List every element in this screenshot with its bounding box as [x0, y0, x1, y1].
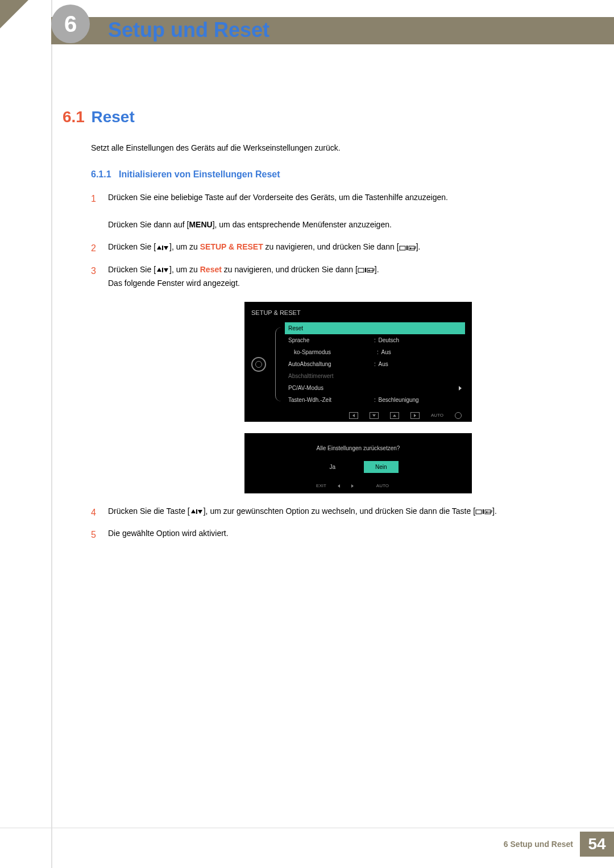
up-down-arrow-icon — [156, 267, 169, 273]
osd-item-label: PC/AV-Modus — [288, 383, 370, 393]
osd-menu-title: SETUP & RESET — [251, 308, 465, 318]
svg-rect-15 — [196, 509, 197, 514]
subsection-number: 6.1.1 — [91, 169, 111, 179]
manual-page: 6 Setup und Reset 6.1 Reset Setzt alle E… — [0, 0, 614, 868]
up-down-arrow-icon — [190, 508, 204, 515]
svg-marker-6 — [409, 247, 411, 250]
up-down-arrow-icon — [156, 244, 169, 251]
nav-right-icon — [351, 484, 354, 488]
nav-auto-label: AUTO — [376, 482, 389, 490]
osd-item-sprache: Sprache:Deutsch — [285, 334, 465, 346]
svg-rect-11 — [365, 268, 366, 272]
osd-item-value: Deutsch — [379, 335, 462, 345]
osd-item-label: AutoAbschaltung — [288, 359, 372, 369]
step-2-d: ]. — [416, 242, 421, 251]
step-number: 4 — [91, 505, 96, 520]
svg-marker-13 — [368, 269, 370, 272]
osd-body: Reset Sprache:Deutsch ko-Sparmodus:Aus A… — [251, 322, 465, 406]
power-icon — [455, 412, 462, 419]
submenu-arrow-icon — [459, 386, 462, 391]
page-corner-fold — [0, 0, 28, 28]
step-text: Die gewählte Option wird aktiviert. — [108, 529, 229, 538]
svg-rect-17 — [476, 510, 482, 514]
footer-chapter-label: 6 Setup und Reset — [504, 840, 573, 849]
step-1-line2b: ], um das entsprechende Menüfenster anzu… — [213, 220, 392, 229]
reset-keyword: Reset — [200, 265, 222, 274]
nav-left-icon — [338, 484, 340, 488]
source-enter-icon — [399, 244, 416, 251]
nav-auto-label: AUTO — [431, 412, 443, 420]
svg-rect-10 — [358, 268, 364, 272]
step-2-a: Drücken Sie [ — [108, 242, 156, 251]
osd-item-reset: Reset — [285, 322, 465, 334]
step-2-b: ], um zu — [169, 242, 200, 251]
osd-item-timer: Abschalttimerwert — [285, 370, 465, 382]
section-number: 6.1 — [63, 108, 89, 126]
confirm-prompt: Alle Einstellungen zurücksetzen? — [251, 443, 465, 453]
osd-menu: SETUP & RESET Reset Sprache:Deutsch ko-S… — [244, 302, 472, 422]
step-3-a: Drücken Sie [ — [108, 265, 156, 274]
osd-item-value: Aus — [379, 359, 462, 369]
step-3-d: ]. — [375, 265, 379, 274]
confirm-no-button: Nein — [364, 461, 399, 473]
osd-item-value: Aus — [381, 347, 462, 357]
setup-reset-keyword: SETUP & RESET — [200, 242, 263, 251]
confirm-buttons: Ja Nein — [251, 461, 465, 473]
step-3-c: zu navigieren, und drücken Sie dann [ — [222, 265, 358, 274]
gear-icon — [251, 357, 266, 372]
svg-marker-2 — [164, 246, 168, 250]
step-4-b: ], um zur gewünschten Option zu wechseln… — [204, 506, 475, 516]
subsection-title: Initialisieren von Einstellungen Reset — [119, 169, 280, 179]
step-2: 2 Drücken Sie [], um zu SETUP & RESET zu… — [91, 240, 591, 254]
svg-marker-7 — [157, 268, 161, 272]
source-enter-icon — [475, 508, 492, 515]
svg-rect-3 — [400, 246, 405, 250]
footer-divider — [0, 828, 614, 828]
osd-nav-bar: AUTO — [251, 412, 465, 420]
svg-rect-18 — [483, 509, 484, 514]
subsection-heading: 6.1.1 Initialisieren von Einstellungen R… — [91, 169, 591, 180]
osd-item-pcav: PC/AV-Modus — [285, 382, 465, 394]
step-1-line2a: Drücken Sie dann auf [ — [108, 220, 189, 229]
source-enter-icon — [358, 267, 375, 273]
step-4-a: Drücken Sie die Taste [ — [108, 506, 190, 516]
osd-item-eco: ko-Sparmodus:Aus — [285, 346, 465, 358]
osd-item-label: ko-Sparmodus — [288, 347, 375, 357]
step-number: 3 — [91, 263, 96, 279]
osd-item-label: Abschalttimerwert — [288, 371, 462, 381]
osd-confirm-dialog: Alle Einstellungen zurücksetzen? Ja Nein… — [244, 433, 472, 493]
svg-marker-9 — [164, 268, 168, 272]
step-number: 1 — [91, 191, 96, 206]
step-4-c: ]. — [492, 506, 497, 516]
svg-marker-20 — [486, 511, 487, 513]
step-2-c: zu navigieren, und drücken Sie dann [ — [263, 242, 399, 251]
osd-item-value: Beschleunigung — [379, 395, 462, 405]
osd-item-repeat: Tasten-Wdh.-Zeit:Beschleunigung — [285, 394, 465, 406]
osd-item-label: Reset — [288, 323, 462, 333]
step-1: 1 Drücken Sie eine beliebige Taste auf d… — [91, 191, 591, 231]
step-3-b: ], um zu — [169, 265, 200, 274]
nav-right-icon — [410, 412, 420, 419]
section-heading: 6.1 Reset — [63, 108, 591, 126]
step-list: 1 Drücken Sie eine beliebige Taste auf d… — [91, 191, 591, 541]
svg-rect-4 — [406, 246, 408, 250]
osd-item-auto-off: AutoAbschaltung:Aus — [285, 358, 465, 370]
step-number: 5 — [91, 527, 96, 542]
step-text: Drücken Sie eine beliebige Taste auf der… — [108, 193, 448, 202]
step-number: 2 — [91, 240, 96, 256]
step-5: 5 Die gewählte Option wird aktiviert. — [91, 527, 591, 541]
menu-curve-decoration — [275, 327, 285, 401]
nav-exit-label: EXIT — [316, 482, 326, 490]
svg-marker-0 — [157, 246, 161, 250]
menu-key-label: MENU — [189, 220, 212, 229]
margin-line — [51, 0, 52, 868]
step-3-followup: Das folgende Fenster wird angezeigt. — [108, 279, 240, 288]
svg-rect-1 — [162, 246, 163, 250]
osd-item-label: Tasten-Wdh.-Zeit — [288, 395, 372, 405]
nav-down-icon — [370, 412, 379, 419]
step-4: 4 Drücken Sie die Taste [], um zur gewün… — [91, 505, 591, 518]
svg-rect-8 — [162, 268, 163, 272]
page-footer: 6 Setup und Reset 54 — [504, 832, 614, 857]
osd-menu-list: Reset Sprache:Deutsch ko-Sparmodus:Aus A… — [285, 322, 465, 406]
svg-marker-16 — [198, 510, 202, 514]
